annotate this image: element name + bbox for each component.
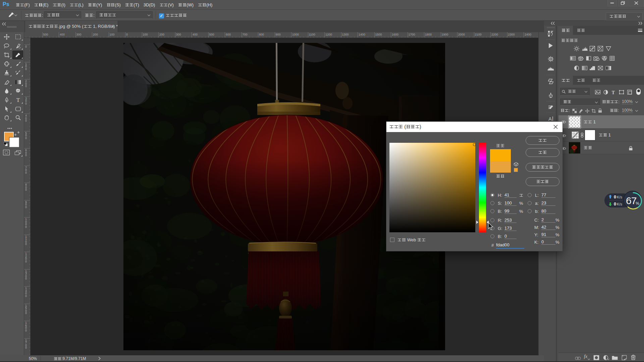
svg-text:T: T <box>611 90 615 94</box>
svg-text:T: T <box>16 98 20 103</box>
svg-text:A: A <box>548 116 552 121</box>
